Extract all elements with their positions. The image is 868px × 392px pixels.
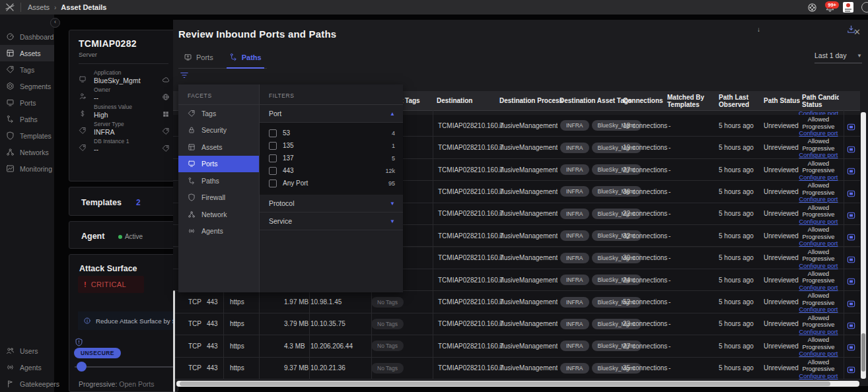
sidebar-item-monitoring[interactable]: Monitoring <box>0 160 54 177</box>
filter-option-135[interactable]: 1351 <box>260 139 403 152</box>
configure-port-link[interactable]: Configure port <box>799 329 838 335</box>
filter-section-service[interactable]: Service▼ <box>260 212 403 230</box>
table-row[interactable]: TCP443https9.37 MB10.20.21.36No TagsTCMI… <box>173 358 860 379</box>
sidebar-item-networks[interactable]: Networks <box>0 144 54 160</box>
partial-row-link[interactable]: Configure port <box>794 110 843 115</box>
filter-icon[interactable] <box>180 71 189 80</box>
configure-port-link[interactable]: Configure port <box>799 130 838 137</box>
comment-button[interactable] <box>846 275 856 285</box>
cell-destination: TCMIAP0282 <box>438 247 478 269</box>
configure-port-link[interactable]: Configure port <box>799 196 838 203</box>
configure-port-link[interactable]: Configure port <box>799 373 838 379</box>
configure-port-link[interactable]: Configure port <box>799 350 838 357</box>
sidebar-collapse-button[interactable]: ‹ <box>50 18 60 28</box>
horizontal-scrollbar-thumb[interactable] <box>180 381 830 386</box>
comment-button[interactable] <box>846 297 856 307</box>
comment-button[interactable] <box>846 165 856 175</box>
checkbox[interactable] <box>269 180 277 187</box>
checkbox[interactable] <box>269 129 277 137</box>
filter-section-port[interactable]: Port▲ <box>260 105 403 123</box>
sidebar-item-ports[interactable]: Ports <box>0 94 54 111</box>
filter-option-443[interactable]: 44312k <box>260 164 403 177</box>
comment-button[interactable] <box>846 209 856 219</box>
chevron-up-icon[interactable]: ▲ <box>390 111 395 117</box>
sort-descending-icon[interactable]: ↓ <box>757 26 760 33</box>
configure-port-link[interactable]: Configure port <box>799 240 838 247</box>
vertical-scrollbar-thumb[interactable] <box>861 333 865 372</box>
configure-port-link[interactable]: Configure port <box>799 218 838 225</box>
configure-port-link[interactable]: Configure port <box>799 152 838 158</box>
table-horizontal-scrollbar[interactable] <box>176 381 859 387</box>
table-row[interactable]: TCP443https1.97 MB10.98.1.45No TagsTCMIA… <box>173 291 860 313</box>
tab-ports[interactable]: Ports <box>181 50 216 69</box>
comment-button[interactable] <box>846 253 856 263</box>
help-icon[interactable] <box>861 2 868 13</box>
filter-option-any-port[interactable]: Any Port95 <box>260 177 403 189</box>
comment-button[interactable] <box>846 187 856 197</box>
templates-card[interactable]: Templates2 <box>69 187 178 216</box>
column-header-path-candidate-status[interactable]: Path CandidateStatus <box>802 91 839 110</box>
attack-surface-slider[interactable] <box>75 366 175 368</box>
sidebar-item-assets[interactable]: Assets <box>0 45 54 61</box>
reel-icon[interactable] <box>807 3 817 13</box>
configure-port-link[interactable]: Configure port <box>799 263 838 269</box>
checkbox[interactable] <box>269 167 277 175</box>
globe-icon <box>162 93 170 101</box>
configure-port-link[interactable]: Configure port <box>799 306 838 313</box>
facet-ports[interactable]: Ports <box>178 156 259 173</box>
slider-knob[interactable] <box>77 362 87 372</box>
time-range-select[interactable]: Last 1 day▼ <box>814 51 862 63</box>
table-row[interactable]: TCP443https4.3 MB10.206.206.44No TagsTCM… <box>173 335 860 357</box>
breadcrumb-assets[interactable]: Assets <box>28 3 50 11</box>
sidebar-item-segments[interactable]: Segments <box>0 78 54 94</box>
info-icon <box>83 317 91 325</box>
comment-button[interactable] <box>846 143 856 152</box>
facet-tags[interactable]: Tags <box>178 105 259 122</box>
checkbox[interactable] <box>269 154 277 162</box>
tab-paths[interactable]: Paths <box>227 50 264 69</box>
sidebar-item-tags[interactable]: Tags <box>0 61 54 78</box>
column-header-path-last-observed[interactable]: Path LastObserved <box>719 91 749 110</box>
page-scrollbar[interactable] <box>173 290 175 392</box>
comment-button[interactable] <box>846 341 856 351</box>
agent-card[interactable]: Agent Active <box>69 221 178 249</box>
configure-port-link[interactable]: Configure port <box>799 174 838 181</box>
column-header-matched-by-templates[interactable]: Matched ByTemplates <box>667 91 704 110</box>
sidebar-item-users[interactable]: Users <box>0 343 54 359</box>
facet-security[interactable]: Security <box>178 122 259 139</box>
facet-paths[interactable]: Paths <box>178 172 259 189</box>
comment-button[interactable] <box>846 364 856 374</box>
filter-section-protocol[interactable]: Protocol▼ <box>260 195 403 212</box>
sidebar-item-agents[interactable]: Agents <box>0 359 54 376</box>
cell-port: 443 <box>207 291 218 312</box>
facet-network[interactable]: Network <box>178 206 259 223</box>
sidebar-item-paths[interactable]: Paths <box>0 111 54 127</box>
column-header-destination[interactable]: Destination <box>437 91 472 110</box>
column-header-connections[interactable]: Connections <box>623 91 663 110</box>
comment-button[interactable] <box>846 121 856 131</box>
cell-matched-by-templates: - <box>669 358 670 379</box>
chevron-down-icon[interactable]: ▼ <box>390 218 395 224</box>
table-vertical-scrollbar[interactable] <box>861 112 866 379</box>
facet-firewall[interactable]: Firewall <box>178 189 259 207</box>
filter-option-137[interactable]: 1375 <box>260 152 403 164</box>
chevron-down-icon[interactable]: ▼ <box>390 201 395 207</box>
column-header-path-status[interactable]: Path Status <box>764 91 800 110</box>
column-header-destination-asset-tags[interactable]: Destination Asset Tags <box>560 91 632 110</box>
attack-surface-note[interactable]: Reduce Attack Surface by Securi <box>78 311 178 330</box>
facet-agents[interactable]: Agents <box>178 223 259 240</box>
sidebar-item-gatekeepers[interactable]: Gatekeepers <box>0 376 54 392</box>
brand-logo[interactable] <box>843 2 853 13</box>
table-row[interactable]: TCP443https3.79 MB10.10.35.75No TagsTCMI… <box>173 313 860 335</box>
comment-button[interactable] <box>846 319 856 329</box>
option-label: 137 <box>283 154 392 162</box>
filter-option-53[interactable]: 534 <box>260 127 403 139</box>
sidebar-item-dashboard[interactable]: Dashboard <box>0 28 54 45</box>
checkbox[interactable] <box>269 142 277 150</box>
comment-button[interactable] <box>846 231 856 241</box>
download-icon[interactable] <box>846 24 856 34</box>
column-header-destination-process[interactable]: Destination Process <box>499 91 563 110</box>
facet-assets[interactable]: Assets <box>178 139 259 156</box>
sidebar-item-templates[interactable]: Templates <box>0 127 54 144</box>
configure-port-link[interactable]: Configure port <box>799 284 838 291</box>
